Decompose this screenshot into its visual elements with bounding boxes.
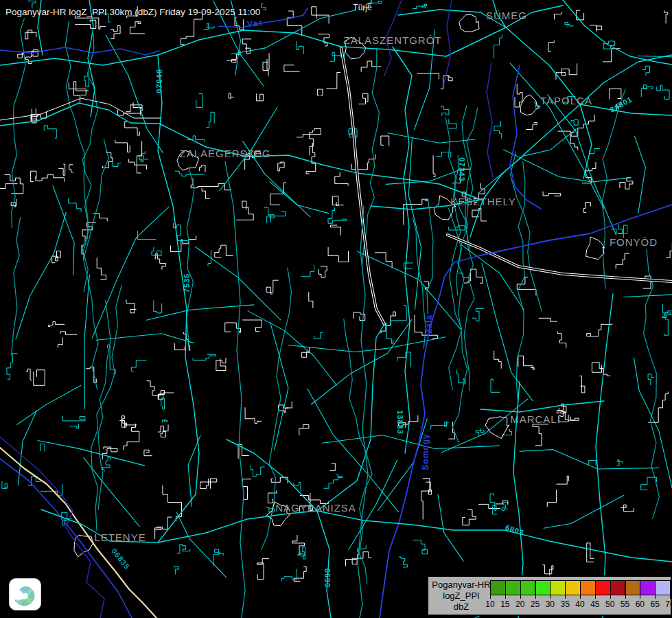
legend-title-line1: Poganyvar-HR: [431, 580, 491, 591]
legend-value-20: 20: [515, 599, 524, 609]
legend-title: Poganyvar-HR logZ_PPI dbZ: [431, 580, 491, 613]
legend-value-65: 65: [650, 599, 659, 609]
legend-value-70: 70: [665, 599, 672, 609]
legend-tick-25: [535, 595, 536, 599]
legend-color-cell-65-70: [655, 580, 671, 595]
legend-tick-70: [670, 595, 671, 599]
radar-map-view: SÜMEGZALASZENTGRÓTTAPOLCAZALAEGERSZEGKES…: [0, 0, 672, 618]
legend-tick-10: [490, 595, 491, 599]
legend-value-10: 10: [485, 599, 494, 609]
legend-color-cell-45-50: [595, 580, 611, 595]
legend-value-45: 45: [590, 599, 599, 609]
legend-color-cell-10-15: [490, 580, 506, 595]
map-linework: [0, 0, 672, 618]
legend-tick-55: [625, 595, 626, 599]
legend-value-40: 40: [575, 599, 584, 609]
legend-color-cell-15-20: [505, 580, 521, 595]
legend-color-cell-30-35: [550, 580, 566, 595]
legend-value-25: 25: [531, 599, 540, 609]
legend-color-scale: [490, 580, 670, 595]
legend-tick-20: [520, 595, 521, 599]
legend-tick-50: [610, 595, 611, 599]
legend-color-cell-50-55: [610, 580, 626, 595]
legend-tick-30: [550, 595, 551, 599]
legend-tick-40: [580, 595, 581, 599]
spiral-icon: [10, 579, 40, 610]
legend-panel: Poganyvar-HR logZ_PPI dbZ 10152025303540…: [427, 575, 672, 616]
legend-color-cell-35-40: [565, 580, 581, 595]
legend-color-cell-40-45: [580, 580, 596, 595]
legend-value-55: 55: [621, 599, 629, 609]
legend-color-cell-60-65: [640, 580, 656, 595]
legend-value-30: 30: [546, 599, 555, 609]
legend-tick-65: [655, 595, 656, 599]
legend-tick-15: [505, 595, 506, 599]
legend-tick-45: [595, 595, 596, 599]
legend-tick-60: [640, 595, 640, 599]
legend-value-35: 35: [560, 599, 569, 609]
legend-tick-35: [565, 595, 566, 599]
legend-color-cell-20-25: [520, 580, 536, 595]
legend-tick-labels: 10152025303540455055606570: [490, 599, 672, 610]
legend-title-line3: dbZ: [431, 602, 491, 613]
legend-value-50: 50: [605, 599, 614, 609]
legend-value-15: 15: [500, 599, 509, 609]
radar-title: Poganyvar-HR logZ_PPI 30km (dbZ) Friday …: [5, 7, 260, 17]
legend-title-line2: logZ_PPI: [431, 591, 491, 602]
legend-value-60: 60: [636, 599, 645, 609]
legend-color-cell-25-30: [535, 580, 551, 595]
legend-color-cell-55-60: [625, 580, 641, 595]
met-spiral-logo: [9, 578, 41, 610]
